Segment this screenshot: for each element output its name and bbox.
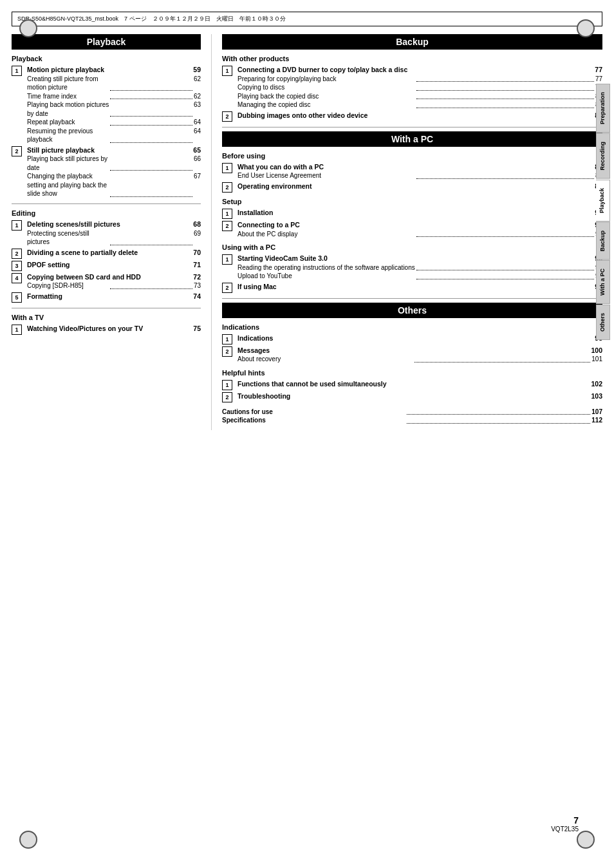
with-a-tv-subsection: With a TV 1 Watching Video/Pictures on y… — [12, 314, 201, 335]
before-using-subsection: Before using 1 What you can do with a PC… — [222, 152, 602, 193]
toc-entry-installation: 1 Installation 90 — [222, 208, 602, 219]
motion-picture-title: Motion picture playback — [27, 65, 191, 75]
entry-num-del-5: 5 — [12, 292, 22, 303]
cautions-for-use: Cautions for use 107 — [222, 408, 602, 417]
sub-copying-to-discs: Copying to discs 79 — [237, 83, 602, 92]
page-header: SDR-S50&H85GN-VQT2L35_mst.book 7 ページ ２０９… — [12, 12, 602, 26]
tab-others[interactable]: Others — [596, 305, 610, 340]
specifications: Specifications 112 — [222, 416, 602, 425]
toc-entry-dubbing: 2 Dubbing images onto other video device… — [222, 111, 602, 122]
sub-playing-by-date: Playing back motion pictures by date 63 — [27, 100, 201, 118]
tab-recording[interactable]: Recording — [596, 133, 610, 179]
editing-subtitle: Editing — [12, 209, 201, 217]
side-tabs: Preparation Recording Playback Backup Wi… — [596, 84, 614, 341]
toc-entry-dpof: 3 DPOF setting 71 — [12, 260, 201, 271]
toc-entry-messages: 2 Messages 100 About recovery 101 — [222, 346, 602, 364]
sub-pc-display: About the PC display 94 — [237, 230, 602, 239]
corner-circle-br — [577, 831, 595, 849]
before-using-title: Before using — [222, 152, 602, 160]
tab-backup[interactable]: Backup — [596, 222, 610, 260]
corner-circle-tl — [19, 19, 37, 37]
with-a-tv-subtitle: With a TV — [12, 314, 201, 321]
toc-entry-videocam-suite: 1 Starting VideoCam Suite 3.0 95 Reading… — [222, 254, 602, 281]
entry-num-bk-1: 1 — [222, 66, 232, 76]
entry-num-pc-2: 2 — [222, 182, 232, 193]
right-column: Backup With other products 1 Connecting … — [211, 34, 602, 430]
entry-num-ind-2: 2 — [222, 346, 232, 357]
entry-num-use-2: 2 — [222, 283, 232, 293]
entry-num-hh-1: 1 — [222, 380, 232, 390]
entry-num-del-4: 4 — [12, 273, 22, 283]
entry-num-use-1: 1 — [222, 254, 232, 265]
entry-content-motion: Motion picture playback 59 Creating stil… — [27, 65, 201, 144]
helpful-hints-subsection: Helpful hints 1 Functions that cannot be… — [222, 369, 602, 402]
corner-circle-tr — [577, 19, 595, 37]
toc-entry-dividing: 2 Dividing a scene to partially delete 7… — [12, 248, 201, 259]
helpful-hints-title: Helpful hints — [222, 369, 602, 377]
sub-managing-copied: Managing the copied disc 82 — [237, 100, 602, 109]
toc-entry-functions-cannot: 1 Functions that cannot be used simultan… — [222, 379, 602, 390]
sub-reading-instructions: Reading the operating instructions of th… — [237, 263, 602, 272]
toc-entry-formatting: 5 Formatting 74 — [12, 292, 201, 303]
entry-num-del-3: 3 — [12, 261, 22, 271]
entry-num-hh-2: 2 — [222, 392, 232, 402]
editing-subsection: Editing 1 Deleting scenes/still pictures… — [12, 209, 201, 303]
toc-entry-troubleshooting: 2 Troubleshooting 103 — [222, 392, 602, 402]
toc-entry-indications: 1 Indications 98 — [222, 334, 602, 344]
toc-entry-what-you-can-do: 1 What you can do with a PC 84 End User … — [222, 162, 602, 180]
sub-resuming: Resuming the previous playback 64 — [27, 127, 201, 144]
setup-title: Setup — [222, 198, 602, 205]
sub-still-by-date: Playing back still pictures by date 66 — [27, 155, 201, 172]
sub-creating-still: Creating still picture from motion pictu… — [27, 75, 201, 92]
toc-entry-dvd-burner: 1 Connecting a DVD burner to copy to/pla… — [222, 65, 602, 109]
entry-num-tv-1: 1 — [12, 325, 22, 335]
toc-entry-still-picture: 2 Still picture playback 65 Playing back… — [12, 146, 201, 198]
with-a-pc-section-header: With a PC — [222, 131, 602, 147]
header-text: SDR-S50&H85GN-VQT2L35_mst.book 7 ページ ２０９… — [17, 15, 286, 23]
entry-content-still: Still picture playback 65 Playing back s… — [27, 146, 201, 198]
entry-num-setup-2: 2 — [222, 221, 232, 231]
indications-subsection: Indications 1 Indications 98 2 — [222, 323, 602, 364]
backup-section-header: Backup — [222, 34, 602, 50]
sub-preparing-copying: Preparing for copying/playing back 77 — [237, 75, 602, 84]
entry-num-1: 1 — [12, 66, 22, 76]
entry-num-bk-2: 2 — [222, 111, 232, 122]
with-other-products-title: With other products — [222, 55, 602, 62]
entry-num-pc-1: 1 — [222, 163, 232, 173]
entry-num-setup-1: 1 — [222, 209, 232, 219]
sub-about-recovery: About recovery 101 — [237, 355, 602, 364]
toc-entry-connecting-pc: 2 Connecting to a PC 92 About the PC dis… — [222, 220, 602, 238]
main-content: Playback Playback 1 Motion picture playb… — [12, 34, 602, 430]
page-number: 7 — [551, 815, 579, 826]
corner-circle-bl — [19, 831, 37, 849]
tab-playback[interactable]: Playback — [596, 180, 610, 222]
left-column: Playback Playback 1 Motion picture playb… — [12, 34, 211, 430]
playback-subtitle: Playback — [12, 55, 201, 62]
others-section-header: Others — [222, 303, 602, 318]
sub-playing-copied: Playing back the copied disc 81 — [237, 92, 602, 101]
toc-entry-operating-env: 2 Operating environment 87 — [222, 182, 602, 193]
using-with-pc-subsection: Using with a PC 1 Starting VideoCam Suit… — [222, 243, 602, 293]
page-footer: 7 VQT2L35 — [551, 815, 579, 833]
using-with-pc-title: Using with a PC — [222, 243, 602, 251]
sub-upload-youtube: Upload to YouTube 96 — [237, 272, 602, 281]
setup-subsection: Setup 1 Installation 90 2 — [222, 198, 602, 238]
entry-num-del-2: 2 — [12, 249, 22, 259]
motion-picture-page: 59 — [193, 65, 201, 75]
indications-title: Indications — [222, 323, 602, 331]
toc-entry-watching-tv: 1 Watching Video/Pictures on your TV 75 — [12, 324, 201, 335]
entry-num-ind-1: 1 — [222, 334, 232, 344]
sub-changing-playback: Changing the playback setting and playin… — [27, 172, 201, 198]
sub-time-frame: Time frame index 62 — [27, 92, 201, 101]
playback-section-header: Playback — [12, 34, 201, 50]
entry-num-2: 2 — [12, 146, 22, 156]
still-picture-page: 65 — [193, 146, 201, 155]
sub-protecting: Protecting scenes/still pictures 69 — [27, 229, 201, 247]
toc-entry-if-using-mac: 2 If using Mac 97 — [222, 282, 602, 293]
toc-entry-deleting: 1 Deleting scenes/still pictures 68 Prot… — [12, 220, 201, 247]
tab-preparation[interactable]: Preparation — [596, 84, 610, 133]
tab-with-a-pc[interactable]: With a PC — [596, 260, 610, 304]
page-code: VQT2L35 — [551, 826, 579, 833]
misc-entries: Cautions for use 107 Specifications 112 — [222, 408, 602, 425]
still-picture-title: Still picture playback — [27, 146, 191, 155]
